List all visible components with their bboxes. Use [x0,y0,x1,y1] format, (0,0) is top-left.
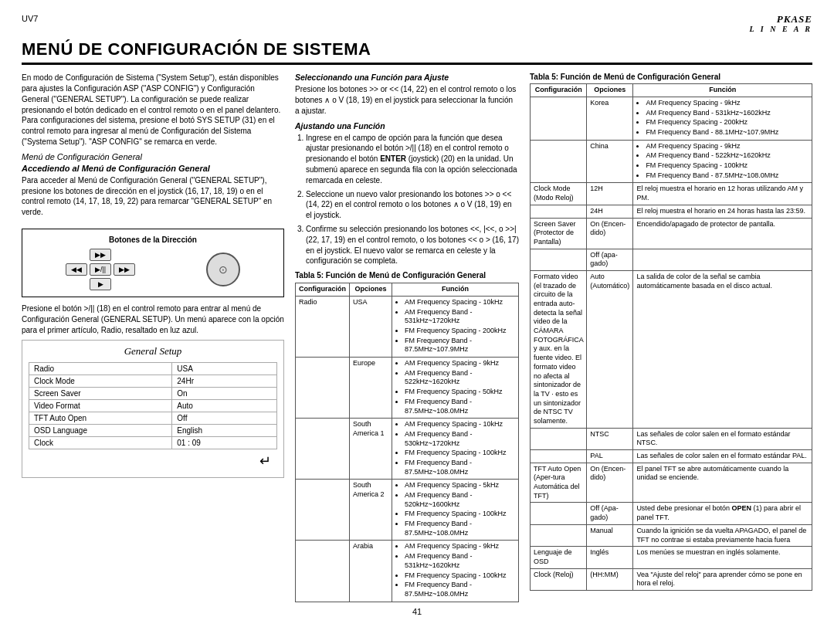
config-cell [296,480,350,541]
page-number: 41 [22,607,812,616]
forward-button[interactable]: ▶▶ [114,263,135,276]
config-cell: TFT Auto Open (Aper-tura Automática del … [531,463,587,503]
table-row: TFT Auto Open (Aper-tura Automática del … [531,463,812,503]
config-cell [531,428,587,449]
function-cell [633,249,812,270]
function-cell: AM Frequency Spacing - 10kHzAM Frequency… [392,296,519,357]
gs-value: On [172,388,277,400]
options-cell: NTSC [587,428,633,449]
table-row: KoreaAM Frequency Spacing - 9kHzAM Frequ… [531,97,812,140]
options-cell: On (Encen-dido) [587,218,633,249]
general-setup-title: General Setup [29,345,277,358]
adjust-steps-list: Ingrese en el campo de opción para la fu… [295,133,519,267]
list-item: South America 2AM Frequency Spacing - 5k… [296,480,519,541]
config-cell: Screen Saver (Protector de Pantalla) [531,218,587,249]
gs-table-row: Clock01 : 09 [29,437,277,449]
function-cell: El reloj muestra el horario en 12 horas … [633,183,812,205]
list-item: RadioUSAAM Frequency Spacing - 10kHzAM F… [296,296,519,357]
function-cell: Usted debe presionar el botón OPEN (1) p… [633,503,812,524]
gs-label: OSD Language [29,425,172,437]
adjust-function-heading: Ajustando una Función [295,121,519,130]
gs-value: Auto [172,400,277,412]
gs-value: USA [172,363,277,375]
small-table-col2-header: Opciones [350,283,392,297]
step-item: Ingrese en el campo de opción para la fu… [306,133,519,186]
table-row: Clock Mode (Modo Reloj)12HEl reloj muest… [531,183,812,205]
function-cell: AM Frequency Spacing - 9kHzAM Frequency … [633,140,812,183]
options-cell: Arabia [350,541,392,602]
list-item: South America 1AM Frequency Spacing - 10… [296,419,519,480]
function-cell: AM Frequency Spacing - 10kHzAM Frequency… [392,419,519,480]
dir-button-group: ▶▶ ◀◀ ▶/|| ▶▶ ▶ [66,249,135,290]
header-uv7: UV7 [22,14,38,23]
config-cell [531,249,587,270]
gs-label: Radio [29,363,172,375]
play-pause-button[interactable]: ▶/|| [90,263,111,276]
gs-label: Screen Saver [29,388,172,400]
joystick[interactable]: ⊙ [206,253,240,286]
fast-forward-button[interactable]: ▶▶ [90,249,111,261]
function-cell: El panel TFT se abre automáticamente cua… [633,463,812,503]
logo-top: PKASE [750,14,812,25]
options-cell: On (Encen-dido) [587,463,633,503]
gs-table-row: TFT Auto OpenOff [29,412,277,425]
function-cell: Las señales de color salen en el formato… [633,450,812,463]
table-row: Off (apa-gado) [531,249,812,270]
table-row: PALLas señales de color salen en el form… [531,450,812,463]
table-row: ManualCuando la ignición se da vuelta AP… [531,524,812,546]
right-table-title: Tabla 5: Función de Menú de Configuració… [530,73,812,81]
gs-value: 01 : 09 [172,437,277,449]
options-cell: Manual [587,524,633,546]
small-config-table: Configuración Opciones Función RadioUSAA… [295,283,519,602]
gs-table-row: OSD LanguageEnglish [29,425,277,437]
config-cell [296,358,350,419]
dir-btn-bottom-row: ▶ [90,278,111,290]
back-icon[interactable]: ↵ [259,452,271,469]
config-cell [531,140,587,183]
back-button-area: ↵ [29,452,277,469]
header-logo: PKASE L I N E A R [750,14,812,33]
general-menu-para: Para acceder al Menú de Configuración Ge… [22,175,284,218]
right-col2-header: Opciones [587,84,633,97]
options-cell: South America 2 [350,480,392,541]
function-cell: AM Frequency Spacing - 9kHzAM Frequency … [392,541,519,602]
options-cell: Off (Apa-gado) [587,503,633,524]
function-cell: Las señales de color salen en el formato… [633,428,812,449]
config-cell: Clock (Reloj) [531,568,587,590]
config-cell: Formato video (el trazado de circuito de… [531,270,587,428]
config-cell [531,205,587,218]
options-cell: USA [350,296,392,357]
right-col3-header: Función [633,84,812,97]
function-cell: AM Frequency Spacing - 9kHzAM Frequency … [633,97,812,140]
config-cell [531,503,587,524]
step-item: Seleccione un nuevo valor presionando lo… [306,189,519,221]
right-column: Tabla 5: Función de Menú de Configuració… [530,73,812,602]
table-row: Formato video (el trazado de circuito de… [531,270,812,428]
function-cell: La salida de color de la señal se cambia… [633,270,812,428]
list-item: ArabiaAM Frequency Spacing - 9kHzAM Freq… [296,541,519,602]
config-cell [296,541,350,602]
right-col1-header: Configuración [531,84,587,97]
step-item: Confirme su selección presionando los bo… [306,224,519,266]
options-cell: 12H [587,183,633,205]
gs-value: English [172,425,277,437]
direction-box-title: Botones de la Dirección [30,236,276,244]
config-cell [531,97,587,140]
gs-table-row: Screen SaverOn [29,388,277,400]
rewind-button[interactable]: ◀◀ [66,263,87,276]
options-cell: PAL [587,450,633,463]
small-table-col3-header: Función [392,283,519,297]
options-cell: (HH:MM) [587,568,633,590]
function-cell: AM Frequency Spacing - 5kHzAM Frequency … [392,480,519,541]
config-cell: Radio [296,296,350,357]
general-setup-intro: Presione el botón >/|| (18) en el contro… [22,303,284,335]
down-button[interactable]: ▶ [90,278,111,290]
direction-buttons-area: ▶▶ ◀◀ ▶/|| ▶▶ ▶ ⊙ [30,249,276,290]
function-cell: Cuando la ignición se da vuelta APAGADO,… [633,524,812,546]
config-cell: Lenguaje de OSD [531,547,587,568]
table-row: Screen Saver (Protector de Pantalla)On (… [531,218,812,249]
options-cell: Europe [350,358,392,419]
direction-buttons-box: Botones de la Dirección ▶▶ ◀◀ ▶/|| ▶▶ ▶ [22,229,284,297]
options-cell: Inglés [587,547,633,568]
dir-btn-top-row: ▶▶ [90,249,111,261]
